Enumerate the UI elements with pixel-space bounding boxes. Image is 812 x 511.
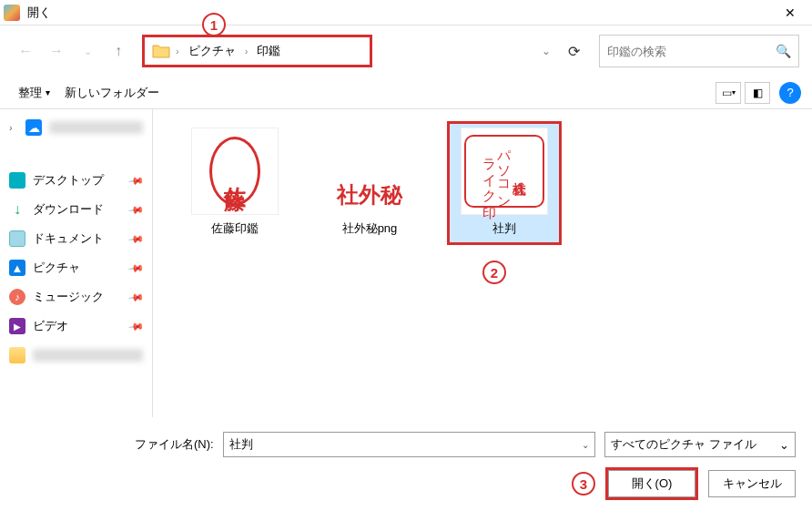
chevron-right-icon: ›	[176, 46, 179, 56]
file-pane[interactable]: 佐藤 佐藤印鑑 社外秘 社外秘png 株式会社 パソコン ライク印 社判	[153, 109, 812, 417]
breadcrumb-pictures[interactable]: ピクチャ	[185, 41, 239, 61]
sidebar-item-label: ドキュメント	[33, 230, 123, 247]
organize-button[interactable]: 整理 ▾	[11, 81, 57, 105]
document-icon	[9, 230, 25, 247]
sidebar-item-cloud[interactable]: › ☁	[0, 113, 152, 142]
file-thumbnail: 社外秘	[326, 175, 413, 215]
pin-icon: 📌	[127, 260, 145, 277]
file-item-selected[interactable]: 株式会社 パソコン ライク印 社判	[450, 124, 559, 242]
sidebar-item-videos[interactable]: ▶ ビデオ 📌	[0, 312, 152, 341]
filename-label: ファイル名(N):	[135, 436, 214, 453]
window-title: 開く	[27, 5, 772, 21]
breadcrumb-stamps[interactable]: 印鑑	[253, 41, 284, 61]
folder-icon	[9, 347, 25, 363]
chevron-down-icon[interactable]: ⌄	[779, 438, 789, 452]
file-label: 社外秘png	[342, 220, 398, 237]
file-thumbnail: 佐藤	[191, 128, 279, 215]
recent-dropdown[interactable]: ⌄	[75, 38, 100, 64]
sidebar-item-documents[interactable]: ドキュメント 📌	[0, 224, 152, 253]
sidebar-item-downloads[interactable]: ↓ ダウンロード 📌	[0, 195, 152, 224]
sidebar-item-label: デスクトップ	[33, 172, 123, 189]
sidebar-item-label	[49, 121, 143, 134]
file-label: 社判	[492, 220, 516, 237]
pin-icon: 📌	[127, 230, 145, 248]
nav-row: ← → ⌄ ↑ › ピクチャ › 印鑑 ⌄ ⟳ 🔍 1	[0, 26, 812, 77]
sidebar-item-label	[33, 349, 143, 362]
view-preview-button[interactable]: ◧	[745, 82, 770, 104]
app-icon	[4, 5, 20, 21]
sidebar: › ☁ デスクトップ 📌 ↓ ダウンロード 📌 ドキュメント 📌 ▲ ピクチャ …	[0, 109, 153, 417]
button-row: 3 開く(O) キャンセル	[16, 470, 796, 497]
filename-input[interactable]: 社判 ⌄	[223, 432, 595, 457]
desktop-icon	[9, 172, 25, 189]
filename-row: ファイル名(N): 社判 ⌄ すべてのピクチャ ファイル ⌄	[16, 432, 796, 457]
close-button[interactable]: ✕	[772, 0, 808, 26]
annotation-3: 3	[572, 472, 595, 496]
breadcrumb[interactable]: › ピクチャ › 印鑑	[142, 35, 372, 67]
sidebar-item-folder[interactable]	[0, 341, 152, 370]
filter-value: すべてのピクチャ ファイル	[611, 436, 756, 453]
sidebar-item-music[interactable]: ♪ ミュージック 📌	[0, 282, 152, 312]
stamp-preview: 社外秘	[337, 180, 402, 210]
file-type-filter[interactable]: すべてのピクチャ ファイル ⌄	[604, 432, 796, 457]
new-folder-button[interactable]: 新しいフォルダー	[57, 81, 167, 105]
stamp-preview: 佐藤	[209, 137, 260, 206]
chevron-down-icon: ▾	[46, 87, 50, 97]
pin-icon: 📌	[127, 201, 145, 219]
footer: ファイル名(N): 社判 ⌄ すべてのピクチャ ファイル ⌄ 3 開く(O) キ…	[0, 417, 812, 510]
download-icon: ↓	[9, 201, 25, 218]
file-thumbnail: 株式会社 パソコン ライク印	[461, 128, 548, 215]
view-thumbnails-button[interactable]: ▭ ▾	[716, 82, 741, 104]
refresh-button[interactable]: ⟳	[559, 35, 588, 67]
back-button[interactable]: ←	[13, 38, 38, 64]
forward-button[interactable]: →	[44, 38, 69, 64]
music-icon: ♪	[9, 289, 25, 305]
search-input[interactable]	[607, 45, 776, 58]
annotation-2: 2	[482, 261, 506, 284]
file-item[interactable]: 佐藤 佐藤印鑑	[180, 124, 289, 242]
sidebar-item-label: ダウンロード	[33, 201, 123, 218]
search-box[interactable]: 🔍	[599, 35, 799, 67]
main-area: › ☁ デスクトップ 📌 ↓ ダウンロード 📌 ドキュメント 📌 ▲ ピクチャ …	[0, 109, 812, 417]
video-icon: ▶	[9, 318, 25, 334]
toolbar: 整理 ▾ 新しいフォルダー ▭ ▾ ◧ ?	[0, 77, 812, 109]
pin-icon: 📌	[127, 172, 145, 189]
filename-value: 社判	[229, 436, 253, 453]
sidebar-item-label: ビデオ	[33, 318, 123, 334]
title-bar: 開く ✕	[0, 0, 812, 26]
sidebar-item-label: ミュージック	[33, 289, 123, 305]
stamp-preview: 株式会社 パソコン ライク印	[464, 135, 544, 208]
cancel-button[interactable]: キャンセル	[708, 470, 796, 497]
search-icon[interactable]: 🔍	[776, 44, 791, 58]
file-item[interactable]: 社外秘 社外秘png	[315, 171, 424, 242]
up-button[interactable]: ↑	[106, 38, 131, 64]
pin-icon: 📌	[127, 289, 145, 306]
sidebar-item-label: ピクチャ	[33, 260, 123, 276]
chevron-right-icon: ›	[9, 122, 18, 133]
folder-icon	[152, 44, 170, 58]
cloud-icon: ☁	[25, 119, 42, 136]
pictures-icon: ▲	[9, 260, 25, 276]
open-button[interactable]: 開く(O)	[608, 470, 695, 497]
help-button[interactable]: ?	[779, 82, 801, 104]
sidebar-item-pictures[interactable]: ▲ ピクチャ 📌	[0, 253, 152, 282]
breadcrumb-dropdown[interactable]: ⌄	[533, 38, 559, 64]
file-label: 佐藤印鑑	[211, 220, 259, 237]
chevron-down-icon[interactable]: ⌄	[582, 440, 589, 450]
chevron-right-icon: ›	[245, 46, 249, 56]
sidebar-item-desktop[interactable]: デスクトップ 📌	[0, 166, 152, 195]
annotation-1: 1	[202, 13, 226, 36]
pin-icon: 📌	[127, 318, 145, 335]
